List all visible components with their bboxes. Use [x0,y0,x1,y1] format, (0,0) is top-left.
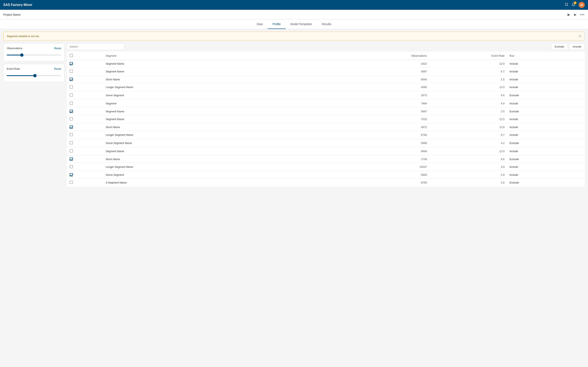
row-8-segment: Short Name [103,123,336,131]
right-panel: Exclude Include Segment Observations Eve… [67,43,585,187]
segments-table: Segment Observations Event Rate Run Segm… [67,52,585,187]
search-input[interactable] [67,43,124,50]
svg-point-0 [565,3,568,6]
table-header-row: Segment Observations Event Rate Run [67,52,585,60]
row-7-run: Include [507,115,585,123]
table-row: Short Name497212.8Include [67,123,585,131]
row-6-checkbox-cell [67,108,103,115]
tab-data[interactable]: Data [252,20,268,29]
row-3-observations: 4585 [336,83,429,91]
observations-filter-card: Observations Reset [3,43,65,61]
tab-results[interactable]: Results [317,20,336,29]
table-row: Some Segment Name59964.2Exclude [67,139,585,147]
table-row: Longer Segment Name67866.7Include [67,131,585,139]
table-row: Some Segment26736.6Exclude [67,91,585,100]
table-toolbar: Exclude Include [67,43,585,50]
row-6-checkbox[interactable] [70,110,73,113]
row-5-checkbox[interactable] [70,101,73,105]
notification-badge: 4 [574,1,577,4]
row-7-observations: 7515 [336,115,429,123]
play-button[interactable]: ▶ [568,13,570,17]
notification-icon[interactable]: 4 [572,3,575,7]
row-15-checkbox[interactable] [70,181,73,184]
observations-slider-thumb[interactable] [20,53,24,57]
more-button[interactable]: ••• [580,13,585,17]
table-row: Segment Name669412.0Include [67,147,585,155]
row-6-run: Exclude [507,108,585,115]
table-row: Segment Name56972.5Exclude [67,108,585,115]
row-1-checkbox[interactable] [70,69,73,73]
row-13-checkbox[interactable] [70,165,73,168]
observations-slider[interactable] [7,52,61,58]
share-button[interactable]: ➤ [573,12,577,17]
row-2-checkbox[interactable] [70,78,73,81]
row-14-event-rate: 2.8 [429,171,507,179]
row-2-segment: Short Name [103,76,336,83]
table-row: Segment Name45876.7Include [67,67,585,76]
project-bar: Project Name ▶ ➤ ••• [0,10,588,20]
row-9-checkbox[interactable] [70,133,73,136]
row-11-checkbox[interactable] [70,149,73,152]
row-10-checkbox[interactable] [70,141,73,144]
exclude-button[interactable]: Exclude [551,43,568,50]
table-row: Some Segment58932.8Include [67,171,585,179]
row-0-event-rate: 12.8 [429,60,507,67]
row-14-segment: Some Segment [103,171,336,179]
row-14-checkbox[interactable] [70,173,73,176]
row-1-run: Include [507,67,585,76]
row-8-observations: 4972 [336,123,429,131]
row-12-checkbox[interactable] [70,157,73,161]
row-4-event-rate: 6.6 [429,91,507,100]
row-9-segment: Longer Segment Name [103,131,336,139]
svg-line-1 [567,5,568,6]
row-4-checkbox[interactable] [70,93,73,97]
tab-profile[interactable]: Profile [268,20,286,29]
table-row: Segment Name751512.5Include [67,115,585,123]
event-rate-filter-header: Event Rate Reset [7,67,61,70]
row-15-run: Exclude [507,179,585,187]
include-button[interactable]: Include [569,43,585,50]
row-6-segment: Segment Name [103,108,336,115]
event-rate-slider[interactable] [7,73,61,78]
row-10-event-rate: 4.2 [429,139,507,147]
alert-close-button[interactable]: ✕ [579,34,581,38]
event-rate-slider-thumb[interactable] [33,74,36,77]
row-11-observations: 6694 [336,147,429,155]
row-13-segment: Longer Segment Name [103,163,336,171]
row-9-checkbox-cell [67,131,103,139]
row-8-event-rate: 12.8 [429,123,507,131]
row-10-run: Exclude [507,139,585,147]
table-row: Short Name65641.5Include [67,76,585,83]
app-title: SAS Factory Miner [3,3,32,7]
row-11-segment: Segment Name [103,147,336,155]
row-9-observations: 6786 [336,131,429,139]
row-8-checkbox[interactable] [70,125,73,129]
observations-reset-button[interactable]: Reset [54,47,61,50]
table-row: Short Name17086.6Exclude [67,155,585,163]
observations-filter-header: Observations Reset [7,47,61,50]
avatar[interactable]: M [579,2,585,8]
row-10-checkbox-cell [67,139,103,147]
row-0-checkbox[interactable] [70,62,73,65]
row-0-checkbox-cell [67,60,103,67]
row-2-event-rate: 1.5 [429,76,507,83]
event-rate-reset-button[interactable]: Reset [54,67,61,70]
row-3-event-rate: 12.0 [429,83,507,91]
top-bar: SAS Factory Miner 4 M [0,0,588,10]
column-header-run: Run [507,52,585,60]
row-12-segment: Short Name [103,155,336,163]
row-7-checkbox[interactable] [70,117,73,120]
row-14-observations: 5893 [336,171,429,179]
observations-slider-fill [7,55,22,55]
project-name: Project Name [3,13,21,16]
row-1-event-rate: 6.7 [429,67,507,76]
row-4-segment: Some Segment [103,91,336,100]
row-13-event-rate: 4.9 [429,163,507,171]
observations-slider-track [7,55,61,55]
search-icon[interactable] [565,3,568,7]
select-all-checkbox[interactable] [70,54,73,57]
column-header-segment: Segment [103,52,336,60]
row-3-checkbox[interactable] [70,85,73,89]
row-14-checkbox-cell [67,171,103,179]
tab-model-templates[interactable]: Model Templates [286,20,317,29]
